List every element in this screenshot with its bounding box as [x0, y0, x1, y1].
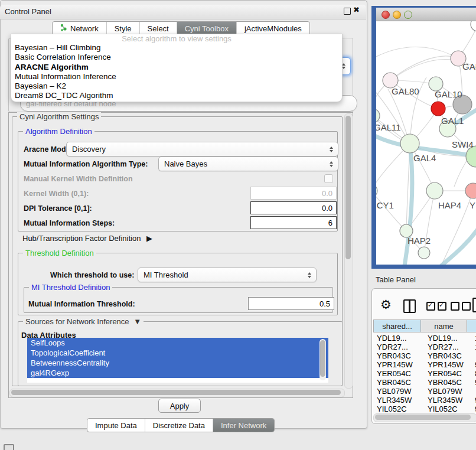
- network-node[interactable]: [431, 102, 445, 116]
- tab-style[interactable]: Style: [107, 22, 140, 35]
- tab-cyni-toolbox[interactable]: Cyni Toolbox: [177, 22, 237, 35]
- attributes-list-scrollbar[interactable]: [319, 339, 326, 380]
- zoom-traffic-icon[interactable]: [404, 11, 412, 19]
- control-panel-titlebar[interactable]: [0, 5, 366, 19]
- document-icon[interactable]: [472, 298, 476, 312]
- table-horizontal-scrollbar-thumb[interactable]: [375, 415, 471, 420]
- network-node[interactable]: [418, 247, 430, 259]
- table-row[interactable]: YBR045CYBR045C9.: [373, 378, 476, 387]
- network-edge[interactable]: [376, 47, 458, 58]
- hub-definition-label: Hub/Transcription Factor Definition: [22, 234, 141, 243]
- table-row[interactable]: YER054CYER054C8.: [373, 369, 476, 378]
- dropdown-item[interactable]: Bayesian – K2: [11, 81, 342, 91]
- table-row[interactable]: YBR043CYBR043C: [373, 351, 476, 360]
- which-threshold-combo[interactable]: MI Threshold: [138, 268, 317, 282]
- dropdown-item[interactable]: Basic Correlation Inference: [11, 53, 342, 62]
- column-header-2[interactable]: name: [421, 319, 467, 332]
- kernel-width-field[interactable]: 0.0: [250, 187, 337, 200]
- table-row[interactable]: YDL19...YDL19...13: [373, 334, 476, 343]
- settings-vertical-scrollbar[interactable]: [344, 113, 353, 389]
- network-node-label: GAL4: [413, 153, 436, 163]
- settings-vertical-scrollbar-thumb[interactable]: [345, 116, 351, 259]
- float-window-icon[interactable]: [344, 8, 351, 15]
- network-node-label: SWI4: [452, 139, 474, 149]
- algorithm-dropdown: Select algorithm to view settings Bayesi…: [11, 34, 343, 102]
- column-header-1[interactable]: shared...: [373, 319, 421, 332]
- tab-select[interactable]: Select: [140, 22, 177, 35]
- network-node[interactable]: [400, 134, 419, 153]
- network-node-label: HAP4: [438, 200, 461, 210]
- tab-discretize-data[interactable]: Discretize Data: [145, 419, 213, 432]
- tab-label: Select: [148, 24, 169, 33]
- threshold-definition-legend: Threshold Definition: [23, 249, 96, 257]
- table-row[interactable]: YBL079WYBL079W: [373, 387, 476, 396]
- network-edge[interactable]: [440, 229, 476, 265]
- gear-icon[interactable]: ⚙: [380, 298, 392, 311]
- tab-infer-network[interactable]: Infer Network: [213, 419, 274, 432]
- table-row[interactable]: YPR145WYPR145W9.: [373, 360, 476, 369]
- network-edge[interactable]: [405, 145, 412, 265]
- dropdown-item[interactable]: Bayesian – Hill Climbing: [11, 43, 342, 53]
- hide-columns-icon[interactable]: [451, 302, 471, 311]
- close-traffic-icon[interactable]: [382, 11, 390, 19]
- attribute-list-item[interactable]: BetweennessCentrality: [27, 358, 328, 368]
- network-node[interactable]: [376, 184, 377, 197]
- expand-right-icon[interactable]: ▶: [146, 234, 152, 243]
- table-row[interactable]: YIL052CYIL052C9: [373, 405, 476, 413]
- network-node[interactable]: [471, 21, 476, 31]
- dropdown-item[interactable]: Mutual Information Inference: [11, 72, 342, 81]
- hub-definition-toggle[interactable]: Hub/Transcription Factor Definition ▶: [22, 234, 152, 243]
- network-node-label: GAL1: [441, 116, 464, 126]
- attribute-list-item[interactable]: SelfLoops: [27, 338, 328, 348]
- column-header-3[interactable]: A: [467, 319, 476, 332]
- settings-horizontal-scrollbar[interactable]: [9, 389, 345, 397]
- minimized-panel-icon[interactable]: [4, 444, 14, 450]
- settings-horizontal-scrollbar-thumb[interactable]: [11, 390, 341, 395]
- manual-kernel-checkbox[interactable]: [324, 174, 333, 183]
- network-edge[interactable]: [376, 191, 406, 231]
- mi-type-combo[interactable]: Naive Bayes: [158, 156, 338, 171]
- mi-steps-field[interactable]: 6: [250, 216, 337, 229]
- apply-button[interactable]: Apply: [158, 399, 201, 413]
- attribute-list-item[interactable]: gal4RGexp: [27, 368, 328, 378]
- network-window-titlebar[interactable]: [376, 8, 476, 21]
- table-row[interactable]: YLR345WYLR345W9.: [373, 396, 476, 405]
- dropdown-item[interactable]: Dream8 DC_TDC Algorithm: [11, 91, 342, 100]
- table-horizontal-scrollbar[interactable]: [373, 413, 476, 422]
- dropdown-item[interactable]: ARACNE Algorithm: [11, 63, 342, 72]
- sources-legend[interactable]: Sources for Network Inference ▼: [23, 317, 144, 326]
- network-canvas[interactable]: GALGAL80GAL10GAL1GAL11SWI4GAL4GCY1HAP4YH…: [376, 21, 476, 265]
- network-icon: [60, 24, 67, 33]
- checked-checkbox-icon: [438, 302, 446, 311]
- split-columns-icon[interactable]: [403, 299, 416, 313]
- tab-jactivemnodules[interactable]: jActiveMNodules: [237, 22, 309, 35]
- attribute-list-item[interactable]: TopologicalCoefficient: [27, 348, 328, 358]
- tab-impute-data[interactable]: Impute Data: [87, 419, 145, 432]
- dpi-tolerance-field[interactable]: 0.0: [250, 201, 337, 214]
- close-icon[interactable]: ✖: [353, 5, 360, 14]
- apply-button-label: Apply: [170, 402, 190, 410]
- network-node[interactable]: [426, 182, 443, 199]
- aracne-mode-combo[interactable]: Discovery: [66, 142, 338, 156]
- table-row[interactable]: YDR27...YDR27...12: [373, 343, 476, 351]
- mi-type-label: Mutual Information Algorithm Type:: [24, 160, 148, 168]
- table-cell: YBL079W: [373, 387, 425, 396]
- network-node[interactable]: [465, 183, 476, 198]
- mi-threshold-field[interactable]: 0.5: [248, 297, 334, 310]
- network-graph[interactable]: GALGAL80GAL10GAL1GAL11SWI4GAL4GCY1HAP4YH…: [376, 21, 476, 265]
- minimize-traffic-icon[interactable]: [393, 11, 401, 19]
- tab-network[interactable]: Network: [53, 22, 107, 35]
- collapse-down-icon[interactable]: ▼: [133, 317, 141, 326]
- tab-label: Impute Data: [95, 421, 137, 430]
- tab-label: Infer Network: [221, 421, 266, 430]
- attributes-list-scrollbar-thumb[interactable]: [320, 340, 325, 377]
- tab-label: Network: [70, 24, 99, 33]
- table-cell: 9.: [474, 378, 476, 387]
- network-node-label: GCY1: [376, 200, 394, 210]
- data-attributes-list[interactable]: SelfLoopsTopologicalCoefficientBetweenne…: [27, 338, 328, 383]
- table-cell: YBR045C: [425, 378, 474, 387]
- network-view-window: GALGAL80GAL10GAL1GAL11SWI4GAL4GCY1HAP4YH…: [371, 6, 476, 269]
- combo-arrows-icon: [330, 146, 333, 152]
- table-cell: 9: [474, 405, 476, 413]
- show-columns-icon[interactable]: [426, 302, 446, 311]
